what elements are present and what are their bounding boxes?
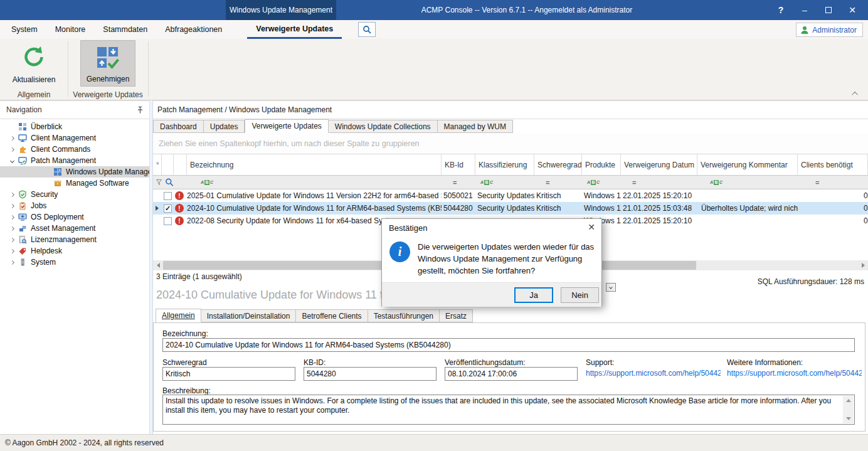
window-tab[interactable]: Windows Update Management	[226, 0, 336, 20]
refresh-button[interactable]: Aktualisieren	[5, 40, 63, 87]
navigation-title: Navigation	[6, 105, 42, 114]
administrator-button[interactable]: Administrator	[796, 23, 863, 37]
tab-managed-by-wum[interactable]: Managed by WUM	[438, 120, 513, 133]
header-kb-id[interactable]: KB-Id	[442, 154, 475, 175]
header-checkbox[interactable]	[162, 154, 174, 175]
veroeffentlichungsdatum-field[interactable]	[445, 367, 578, 381]
cell-clients-benoetigt: 0	[798, 202, 868, 215]
row-checkbox[interactable]	[162, 202, 174, 215]
header-status[interactable]	[174, 154, 187, 175]
yes-button[interactable]: Ja	[514, 287, 553, 303]
minimize-button[interactable]: –	[793, 0, 817, 20]
filter-funnel[interactable]	[153, 176, 162, 189]
group-by-hint[interactable]: Ziehen Sie einen Spaltenkopf hierhin, um…	[153, 133, 868, 154]
nav-item-client-commands[interactable]: Client Commands	[0, 144, 149, 155]
row-checkbox[interactable]	[162, 189, 174, 202]
detail-tab-installation-deinstallation[interactable]: Installation/Deinstallation	[201, 309, 297, 322]
nav-item-managed-software[interactable]: Managed Software	[0, 178, 149, 189]
tab-windows-update-collections[interactable]: Windows Update Collections	[329, 120, 438, 133]
menu-stammdaten[interactable]: Stammdaten	[94, 20, 156, 39]
filter-verweigerung-kommentar[interactable]: ABC	[697, 176, 798, 189]
row-checkbox[interactable]	[162, 215, 174, 227]
statusbar: © Aagon GmbH 2002 - 2024, all rights res…	[0, 434, 868, 451]
weitere-informationen-link[interactable]: https://support.microsoft.com/help/50442…	[727, 369, 862, 378]
beschreibung-field[interactable]: Install this update to resolve issues in…	[162, 395, 855, 425]
nav-item-security[interactable]: Security	[0, 189, 149, 200]
header-produkte[interactable]: Produkte	[582, 154, 621, 175]
maximize-button[interactable]	[817, 0, 840, 20]
nav-item-helpdesk[interactable]: Helpdesk	[0, 245, 149, 257]
expander-icon[interactable]	[9, 157, 15, 164]
tab-updates[interactable]: Updates	[204, 120, 245, 133]
scroll-left-arrow[interactable]	[153, 260, 163, 270]
filter-search[interactable]	[162, 176, 174, 189]
abc-filter-icon: ABC	[480, 180, 493, 185]
tab-dashboard[interactable]: Dashboard	[153, 120, 204, 133]
filter-status[interactable]	[174, 176, 187, 189]
filter-klassifizierung[interactable]: ABC	[475, 176, 534, 189]
expander-icon[interactable]	[9, 225, 15, 231]
header-klassifizierung[interactable]: Klassifizierung	[475, 154, 534, 175]
filter-verweigerung-datum[interactable]: =	[621, 176, 697, 189]
nav-item-os-deployment[interactable]: OS Deployment	[0, 211, 149, 223]
detail-tab-ersatz[interactable]: Ersatz	[440, 309, 473, 322]
nav-item-system[interactable]: System	[0, 257, 149, 268]
detail-tab-betroffene-clients[interactable]: Betroffene Clients	[296, 309, 368, 322]
menu-monitore[interactable]: Monitore	[46, 20, 95, 39]
header-verweigerung-datum[interactable]: Verweigerung Datum	[621, 154, 697, 175]
detail-tab-allgemein[interactable]: Allgemein	[156, 309, 201, 322]
expander-icon[interactable]	[9, 135, 15, 141]
filter-kb-id[interactable]: =	[442, 176, 475, 189]
abc-filter-icon: ABC	[710, 180, 722, 185]
help-button[interactable]: ?	[769, 0, 793, 20]
tab-verweigerte-updates[interactable]: Verweigerte Updates	[245, 119, 328, 133]
scroll-up-arrow[interactable]	[843, 396, 854, 405]
search-button[interactable]	[358, 22, 376, 37]
support-link[interactable]: https://support.microsoft.com/help/50442…	[586, 369, 721, 378]
detail-tab-testausfuehrungen[interactable]: Testausführungen	[368, 309, 440, 322]
nav-item-lizenzmanagement[interactable]: Lizenzmanagement	[0, 234, 149, 245]
menu-verweigerte-updates[interactable]: Verweigerte Updates	[247, 20, 342, 39]
table-row[interactable]: ! 2025-01 Cumulative Update for Windows …	[153, 189, 868, 202]
scroll-right-arrow[interactable]	[858, 260, 868, 270]
ribbon-collapse-button[interactable]	[850, 89, 860, 98]
cell-klassifizierung: Security Updates	[475, 189, 534, 202]
header-clients-benoetigt[interactable]: Clients benötigt	[798, 154, 868, 175]
menu-system[interactable]: System	[3, 20, 46, 39]
pin-button[interactable]	[136, 106, 144, 114]
expander-icon[interactable]	[9, 146, 15, 152]
nav-item-client-management[interactable]: Client Management	[0, 132, 149, 144]
menu-abfrageaktionen[interactable]: Abfrageaktionen	[156, 20, 231, 39]
approve-button[interactable]: Genehmigen	[80, 40, 135, 87]
scroll-down-arrow[interactable]	[843, 414, 854, 423]
header-bezeichnung[interactable]: Bezeichnung	[187, 154, 442, 175]
header-schweregrad[interactable]: Schweregrad	[534, 154, 582, 175]
expander-icon[interactable]	[9, 236, 15, 243]
cell-bezeichnung: 2024-10 Cumulative Update for Windows 11…	[187, 202, 442, 215]
description-scrollbar[interactable]	[843, 396, 854, 423]
nav-item-asset-management[interactable]: Asset Management	[0, 223, 149, 234]
filter-bezeichnung[interactable]: ABC	[187, 176, 442, 189]
expander-icon[interactable]	[9, 203, 15, 209]
veroeffentlichungsdatum-label: Veröffentlichungsdatum:	[445, 358, 526, 367]
expander-icon[interactable]	[9, 248, 15, 254]
filter-produkte[interactable]: ABC	[582, 176, 621, 189]
schweregrad-field[interactable]	[162, 367, 295, 381]
dialog-close-button[interactable]: ✕	[588, 222, 595, 232]
no-button[interactable]: Nein	[561, 287, 599, 303]
expander-icon[interactable]	[9, 191, 15, 198]
close-button[interactable]: ✕	[840, 0, 864, 20]
nav-item-windows-update-management[interactable]: Windows Update Management	[0, 166, 149, 178]
header-verweigerung-kommentar[interactable]: Verweigerung Kommentar	[697, 154, 798, 175]
cell-clients-benoetigt: 0	[798, 215, 868, 227]
nav-item-jobs[interactable]: Jobs	[0, 200, 149, 211]
nav-item-patch-management[interactable]: Patch Management	[0, 155, 149, 166]
filter-schweregrad[interactable]: =	[534, 176, 582, 189]
table-row[interactable]: ! 2024-10 Cumulative Update for Windows …	[153, 202, 868, 215]
expander-icon[interactable]	[9, 214, 15, 220]
kb-id-field[interactable]	[304, 367, 437, 381]
bezeichnung-field[interactable]	[162, 338, 855, 352]
filter-clients-benoetigt[interactable]: =	[798, 176, 868, 189]
expander-icon[interactable]	[9, 259, 15, 265]
nav-item-ueberblick[interactable]: Überblick	[0, 121, 149, 132]
